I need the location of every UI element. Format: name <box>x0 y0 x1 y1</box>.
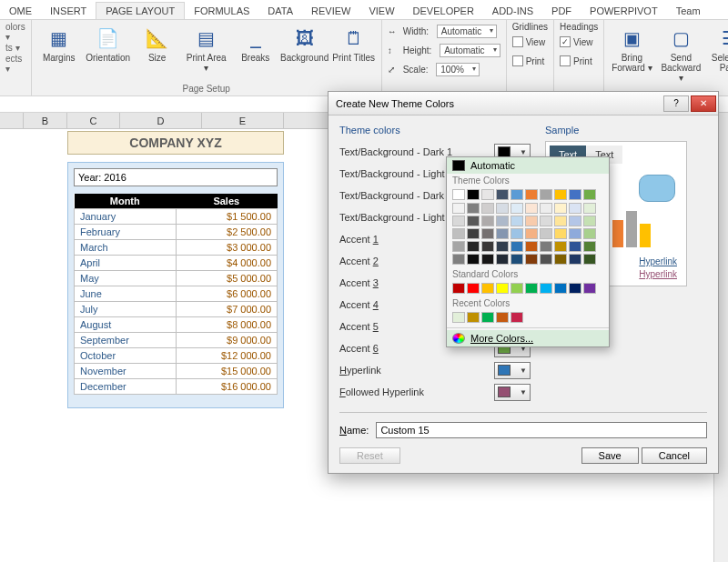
scale-width-select[interactable]: Automatic <box>437 25 497 38</box>
print-titles-button[interactable]: 🗒Print Titles <box>332 22 376 63</box>
color-swatch[interactable] <box>511 228 523 239</box>
color-swatch[interactable] <box>452 283 465 294</box>
color-swatch[interactable] <box>511 283 523 294</box>
color-swatch[interactable] <box>583 228 596 239</box>
color-swatch[interactable] <box>540 216 552 226</box>
selection-pane-button[interactable]: ☰Selection Pane <box>708 22 728 73</box>
color-swatch[interactable] <box>481 254 494 265</box>
color-swatch[interactable] <box>467 189 480 200</box>
color-swatch[interactable] <box>452 228 465 239</box>
tab-team[interactable]: Team <box>667 3 710 19</box>
color-swatch[interactable] <box>569 254 581 265</box>
save-button[interactable]: Save <box>581 447 639 464</box>
color-swatch[interactable] <box>481 312 494 323</box>
color-swatch[interactable] <box>496 241 509 252</box>
color-swatch[interactable] <box>481 216 494 226</box>
color-swatch[interactable] <box>511 312 523 323</box>
color-swatch[interactable] <box>525 216 538 226</box>
color-swatch[interactable] <box>481 241 494 252</box>
color-swatch[interactable] <box>467 312 480 323</box>
color-swatch[interactable] <box>583 216 596 226</box>
orientation-button[interactable]: 📄Orientation <box>86 22 130 63</box>
color-swatch[interactable] <box>467 283 480 294</box>
color-swatch[interactable] <box>554 283 567 294</box>
print-area-button[interactable]: ▤Print Area ▾ <box>185 22 228 73</box>
tab-addins[interactable]: ADD-INS <box>483 3 542 19</box>
cancel-button[interactable]: Cancel <box>642 447 707 464</box>
theme-main-colors[interactable] <box>447 186 609 203</box>
color-swatch[interactable] <box>511 203 523 214</box>
more-colors[interactable]: More Colors... <box>447 330 609 346</box>
tab-review[interactable]: REVIEW <box>302 3 359 19</box>
color-swatch[interactable] <box>583 254 596 265</box>
color-swatch[interactable] <box>481 189 494 200</box>
reset-button[interactable]: Reset <box>339 447 400 464</box>
color-swatch[interactable] <box>452 241 465 252</box>
color-swatch[interactable] <box>540 283 552 294</box>
color-swatch[interactable] <box>452 312 465 323</box>
gridlines-print-checkbox[interactable] <box>512 55 523 66</box>
color-swatch[interactable] <box>569 203 581 214</box>
gridlines-view-checkbox[interactable] <box>512 36 523 47</box>
color-swatch[interactable] <box>496 216 509 226</box>
tab-data[interactable]: DATA <box>258 3 302 19</box>
color-swatch[interactable] <box>496 228 509 239</box>
color-swatch[interactable] <box>525 241 538 252</box>
tab-view[interactable]: VIEW <box>359 3 403 19</box>
color-swatch[interactable] <box>583 203 596 214</box>
color-swatch[interactable] <box>554 216 567 226</box>
year-cell[interactable]: Year: 2016 <box>74 168 278 186</box>
color-swatch[interactable] <box>496 203 509 214</box>
color-swatch[interactable] <box>525 254 538 265</box>
color-swatch[interactable] <box>540 203 552 214</box>
send-backward-button[interactable]: ▢Send Backward ▾ <box>659 22 703 83</box>
color-swatch[interactable] <box>496 312 509 323</box>
color-swatch[interactable] <box>467 254 480 265</box>
color-swatch[interactable] <box>525 203 538 214</box>
color-swatch[interactable] <box>525 228 538 239</box>
tab-insert[interactable]: INSERT <box>41 3 96 19</box>
color-swatch[interactable] <box>569 228 581 239</box>
scale-percent-select[interactable]: 100% <box>436 63 480 76</box>
color-swatch[interactable] <box>554 241 567 252</box>
color-swatch[interactable] <box>554 203 567 214</box>
recent-colors[interactable] <box>447 309 609 326</box>
close-button[interactable]: ✕ <box>691 95 716 112</box>
tab-home[interactable]: OME <box>0 3 41 19</box>
name-input[interactable] <box>376 422 707 438</box>
color-swatch[interactable] <box>554 228 567 239</box>
color-swatch[interactable] <box>511 254 523 265</box>
headings-view-checkbox[interactable]: ✓ <box>560 36 571 47</box>
hl-swatch[interactable]: ▼ <box>494 362 531 379</box>
color-swatch[interactable] <box>540 241 552 252</box>
headings-print-checkbox[interactable] <box>560 55 571 66</box>
automatic-color[interactable]: Automatic <box>447 157 609 174</box>
color-swatch[interactable] <box>467 241 480 252</box>
color-swatch[interactable] <box>511 216 523 226</box>
color-swatch[interactable] <box>496 283 509 294</box>
fhl-swatch[interactable]: ▼ <box>494 384 531 401</box>
color-swatch[interactable] <box>554 189 567 200</box>
bring-forward-button[interactable]: ▣Bring Forward ▾ <box>610 22 653 73</box>
color-swatch[interactable] <box>583 241 596 252</box>
color-swatch[interactable] <box>511 189 523 200</box>
color-swatch[interactable] <box>569 283 581 294</box>
color-swatch[interactable] <box>481 283 494 294</box>
color-swatch[interactable] <box>481 228 494 239</box>
margins-button[interactable]: ▦Margins <box>37 22 81 63</box>
color-swatch[interactable] <box>569 216 581 226</box>
scale-height-select[interactable]: Automatic <box>440 44 500 57</box>
color-swatch[interactable] <box>452 254 465 265</box>
tab-pdf[interactable]: PDF <box>542 3 581 19</box>
help-button[interactable]: ? <box>663 95 689 112</box>
color-swatch[interactable] <box>496 254 509 265</box>
tab-developer[interactable]: DEVELOPER <box>404 3 483 19</box>
color-swatch[interactable] <box>452 189 465 200</box>
color-swatch[interactable] <box>452 203 465 214</box>
background-button[interactable]: 🖼Background <box>283 22 327 63</box>
tab-powerpivot[interactable]: POWERPIVOT <box>581 3 667 19</box>
color-swatch[interactable] <box>540 254 552 265</box>
color-swatch[interactable] <box>481 203 494 214</box>
color-swatch[interactable] <box>540 189 552 200</box>
color-swatch[interactable] <box>511 241 523 252</box>
